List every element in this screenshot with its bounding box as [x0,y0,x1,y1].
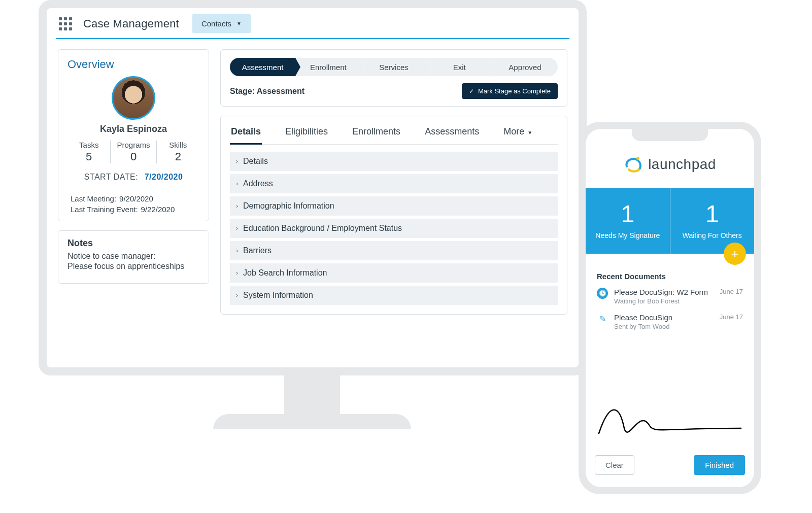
signature-pad[interactable] [592,390,748,451]
tile-count: 1 [621,202,634,226]
accordion-item[interactable]: ›Address [230,174,558,193]
desktop-device-frame: Case Management Contacts ▼ Overview Kayl… [39,0,587,375]
notes-title: Notes [67,238,199,249]
accordion-item[interactable]: ›Barriers [230,241,558,260]
tile-caption: Waiting For Others [683,231,742,240]
phone-notch [632,129,708,141]
start-date-value: 7/20/2020 [145,173,183,181]
tab-details[interactable]: Details [230,123,262,144]
chevron-right-icon: › [236,247,238,254]
doc-status: Sent by Tom Wood [614,323,714,330]
app-title: Case Management [83,17,179,30]
overview-title: Overview [67,58,199,71]
chevron-right-icon: › [236,225,238,232]
chevron-down-icon: ▼ [527,130,532,135]
stat-label: Programs [117,141,150,149]
clear-button[interactable]: Clear [595,455,634,475]
nav-tab-contacts[interactable]: Contacts ▼ [192,14,251,33]
monitor-stand [284,373,340,419]
accordion-item[interactable]: ›Education Background / Employment Statu… [230,219,558,238]
recent-documents: Recent Documents 🕓 Please DocuSign: W2 F… [586,254,754,390]
accordion-item[interactable]: ›Details [230,152,558,171]
clock-icon: 🕓 [597,288,608,299]
stat-label: Skills [163,141,193,149]
document-row[interactable]: 🕓 Please DocuSign: W2 Form Waiting for B… [597,288,743,305]
stat-value: 0 [117,150,150,163]
chevron-right-icon: › [236,180,238,187]
last-training-value: 9/22/2020 [141,205,175,214]
last-meeting-label: Last Meeting: [71,194,116,203]
pen-icon: ✎ [597,313,608,324]
notes-card: Notes Notice to case manager: Please foc… [58,230,209,284]
path-step-assessment[interactable]: Assessment [230,58,295,76]
accordion-item[interactable]: ›Demographic Information [230,196,558,216]
accordion-item[interactable]: ›Job Search Information [230,263,558,283]
svg-point-0 [636,157,639,160]
doc-date: June 17 [720,288,743,295]
overview-card: Overview Kayla Espinoza Tasks5 Programs0… [58,49,209,221]
nav-tab-label: Contacts [201,19,231,28]
chevron-right-icon: › [236,292,238,299]
signature-tiles: 1 Needs My Signature 1 Waiting For Other… [586,188,754,254]
record-tabs: Details Eligibilities Enrollments Assess… [230,116,558,145]
notes-line: Please focus on apprenticeships [67,262,199,271]
divider [71,188,196,188]
plus-icon: + [731,246,738,262]
check-icon: ✓ [469,88,474,95]
doc-title: Please DocuSign [614,313,714,322]
chevron-right-icon: › [236,158,238,165]
person-name: Kayla Espinoza [67,124,199,134]
tile-needs-signature[interactable]: 1 Needs My Signature [586,188,670,254]
record-tabs-card: Details Eligibilities Enrollments Assess… [220,116,567,315]
tab-eligibilities[interactable]: Eligibilities [284,123,329,144]
chevron-right-icon: › [236,202,238,210]
doc-title: Please DocuSign: W2 Form [614,288,714,296]
finished-button[interactable]: Finished [694,455,745,475]
add-document-fab[interactable]: + [724,243,746,265]
stat-label: Tasks [74,141,104,149]
mark-stage-label: Mark Stage as Complete [478,87,551,95]
stage-label: Stage: Assessment [230,87,304,96]
progress-path: Assessment Enrollment Services Exit Appr… [230,58,558,76]
tab-assessments[interactable]: Assessments [424,123,480,144]
tile-count: 1 [705,202,719,226]
app-launcher-icon[interactable] [59,17,72,30]
tab-more[interactable]: More▼ [502,123,533,144]
start-date-label: START DATE: [84,173,139,181]
monitor-base [213,414,411,429]
stat-value: 2 [163,150,193,163]
recent-documents-title: Recent Documents [597,272,743,281]
chevron-down-icon: ▼ [236,21,242,26]
overview-stats: Tasks5 Programs0 Skills2 [67,141,199,163]
tab-enrollments[interactable]: Enrollments [351,123,401,144]
path-step-enrollment[interactable]: Enrollment [295,58,361,76]
accordion-list: ›Details ›Address ›Demographic Informati… [230,152,558,305]
accordion-item[interactable]: ›System Information [230,286,558,305]
path-step-exit[interactable]: Exit [427,58,492,76]
phone-screen: launchpad 1 Needs My Signature 1 Waiting… [586,129,754,487]
doc-status: Waiting for Bob Forest [614,297,714,305]
phone-device-frame: launchpad 1 Needs My Signature 1 Waiting… [579,122,761,494]
doc-date: June 17 [720,313,743,321]
tile-waiting-others[interactable]: 1 Waiting For Others [670,188,755,254]
brand-name: launchpad [648,156,716,173]
path-step-services[interactable]: Services [361,58,426,76]
notes-line: Notice to case manager: [67,252,199,261]
app-header: Case Management Contacts ▼ [47,8,579,38]
chevron-right-icon: › [236,269,238,277]
avatar [112,76,155,120]
last-meeting-value: 9/20/2020 [119,194,153,203]
path-step-approved[interactable]: Approved [492,58,558,76]
tile-caption: Needs My Signature [595,231,660,240]
launchpad-logo-icon [624,154,644,175]
stat-value: 5 [74,150,104,163]
path-card: Assessment Enrollment Services Exit Appr… [220,49,567,107]
document-row[interactable]: ✎ Please DocuSign Sent by Tom Wood June … [597,313,743,330]
mark-stage-complete-button[interactable]: ✓ Mark Stage as Complete [462,83,558,99]
last-training-label: Last Training Event: [71,205,138,214]
